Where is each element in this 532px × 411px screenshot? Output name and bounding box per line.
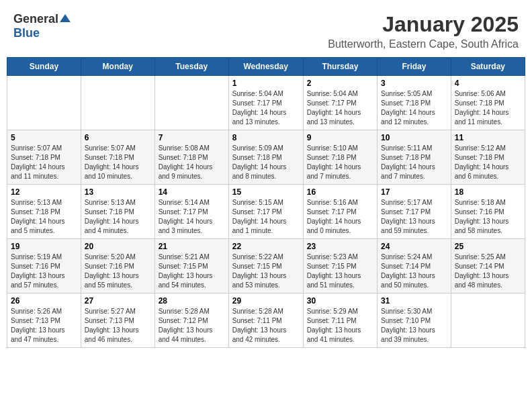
day-info: Sunrise: 5:26 AMSunset: 7:13 PMDaylight:… [11, 307, 77, 345]
day-info: Sunrise: 5:13 AMSunset: 7:18 PMDaylight:… [11, 198, 77, 236]
logo: General Blue [13, 12, 71, 40]
logo-general: General [13, 12, 58, 26]
day-number: 31 [381, 296, 447, 306]
day-info: Sunrise: 5:24 AMSunset: 7:14 PMDaylight:… [381, 253, 447, 290]
day-number: 20 [85, 242, 151, 251]
calendar-cell: 9Sunrise: 5:10 AMSunset: 7:18 PMDaylight… [303, 130, 377, 185]
calendar-cell: 27Sunrise: 5:27 AMSunset: 7:13 PMDayligh… [81, 293, 154, 348]
calendar-cell: 11Sunrise: 5:12 AMSunset: 7:18 PMDayligh… [451, 130, 525, 185]
day-number: 23 [307, 242, 373, 251]
logo-triangle-icon [59, 13, 71, 24]
week-row-0: 1Sunrise: 5:04 AMSunset: 7:17 PMDaylight… [7, 76, 525, 130]
day-info: Sunrise: 5:20 AMSunset: 7:16 PMDaylight:… [85, 253, 151, 290]
day-number: 9 [307, 133, 373, 142]
day-info: Sunrise: 5:04 AMSunset: 7:17 PMDaylight:… [232, 89, 300, 127]
day-number: 16 [307, 187, 373, 197]
calendar-cell: 6Sunrise: 5:07 AMSunset: 7:18 PMDaylight… [81, 130, 154, 185]
day-number: 26 [11, 296, 77, 306]
calendar-cell [81, 76, 154, 130]
day-info: Sunrise: 5:29 AMSunset: 7:11 PMDaylight:… [307, 307, 373, 345]
day-number: 18 [455, 187, 521, 197]
day-number: 5 [11, 133, 77, 142]
day-number: 15 [232, 187, 300, 197]
calendar-cell [451, 293, 525, 348]
location-title: Butterworth, Eastern Cape, South Africa [328, 38, 519, 50]
day-number: 11 [455, 133, 521, 142]
calendar-cell: 28Sunrise: 5:28 AMSunset: 7:12 PMDayligh… [154, 293, 228, 348]
day-number: 19 [11, 242, 77, 251]
day-info: Sunrise: 5:28 AMSunset: 7:12 PMDaylight:… [159, 307, 225, 345]
calendar-cell: 16Sunrise: 5:16 AMSunset: 7:17 PMDayligh… [303, 185, 377, 239]
header-wednesday: Wednesday [228, 58, 303, 76]
calendar-cell: 19Sunrise: 5:19 AMSunset: 7:16 PMDayligh… [7, 239, 81, 293]
week-row-1: 5Sunrise: 5:07 AMSunset: 7:18 PMDaylight… [7, 130, 525, 185]
calendar-cell: 22Sunrise: 5:22 AMSunset: 7:15 PMDayligh… [228, 239, 303, 293]
day-info: Sunrise: 5:19 AMSunset: 7:16 PMDaylight:… [11, 253, 77, 290]
day-number: 14 [159, 187, 225, 197]
day-number: 8 [232, 133, 300, 142]
day-number: 30 [307, 296, 373, 306]
day-number: 22 [232, 242, 300, 251]
day-number: 29 [232, 296, 300, 306]
day-number: 17 [381, 187, 447, 197]
calendar-cell: 14Sunrise: 5:14 AMSunset: 7:17 PMDayligh… [154, 185, 228, 239]
calendar-cell: 30Sunrise: 5:29 AMSunset: 7:11 PMDayligh… [303, 293, 377, 348]
day-info: Sunrise: 5:22 AMSunset: 7:15 PMDaylight:… [232, 253, 300, 290]
calendar-table: SundayMondayTuesdayWednesdayThursdayFrid… [7, 57, 525, 348]
day-number: 21 [159, 242, 225, 251]
title-area: January 2025 Butterworth, Eastern Cape, … [328, 12, 519, 50]
calendar-cell: 1Sunrise: 5:04 AMSunset: 7:17 PMDaylight… [228, 76, 303, 130]
day-info: Sunrise: 5:07 AMSunset: 7:18 PMDaylight:… [85, 144, 151, 181]
day-number: 6 [85, 133, 151, 142]
header-sunday: Sunday [7, 58, 81, 76]
day-number: 7 [159, 133, 225, 142]
calendar-cell [154, 76, 228, 130]
header-saturday: Saturday [451, 58, 525, 76]
calendar-cell: 10Sunrise: 5:11 AMSunset: 7:18 PMDayligh… [378, 130, 451, 185]
day-info: Sunrise: 5:13 AMSunset: 7:18 PMDaylight:… [85, 198, 151, 236]
day-info: Sunrise: 5:04 AMSunset: 7:17 PMDaylight:… [307, 89, 373, 127]
calendar-cell: 21Sunrise: 5:21 AMSunset: 7:15 PMDayligh… [154, 239, 228, 293]
day-info: Sunrise: 5:06 AMSunset: 7:18 PMDaylight:… [455, 89, 521, 127]
calendar-cell: 5Sunrise: 5:07 AMSunset: 7:18 PMDaylight… [7, 130, 81, 185]
week-row-2: 12Sunrise: 5:13 AMSunset: 7:18 PMDayligh… [7, 185, 525, 239]
calendar-cell: 29Sunrise: 5:28 AMSunset: 7:11 PMDayligh… [228, 293, 303, 348]
week-row-3: 19Sunrise: 5:19 AMSunset: 7:16 PMDayligh… [7, 239, 525, 293]
day-number: 2 [307, 79, 373, 88]
calendar-cell: 2Sunrise: 5:04 AMSunset: 7:17 PMDaylight… [303, 76, 377, 130]
day-info: Sunrise: 5:14 AMSunset: 7:17 PMDaylight:… [159, 198, 225, 236]
day-number: 28 [159, 296, 225, 306]
calendar-cell: 12Sunrise: 5:13 AMSunset: 7:18 PMDayligh… [7, 185, 81, 239]
header: General Blue January 2025 Butterworth, E… [7, 7, 525, 53]
calendar-cell: 3Sunrise: 5:05 AMSunset: 7:18 PMDaylight… [378, 76, 451, 130]
calendar-cell: 25Sunrise: 5:25 AMSunset: 7:14 PMDayligh… [451, 239, 525, 293]
day-number: 13 [85, 187, 151, 197]
svg-marker-0 [60, 14, 71, 22]
calendar-header-row: SundayMondayTuesdayWednesdayThursdayFrid… [7, 58, 525, 76]
day-number: 1 [232, 79, 300, 88]
calendar-cell: 13Sunrise: 5:13 AMSunset: 7:18 PMDayligh… [81, 185, 154, 239]
day-info: Sunrise: 5:05 AMSunset: 7:18 PMDaylight:… [381, 89, 447, 127]
week-row-4: 26Sunrise: 5:26 AMSunset: 7:13 PMDayligh… [7, 293, 525, 348]
day-info: Sunrise: 5:18 AMSunset: 7:16 PMDaylight:… [455, 198, 521, 236]
calendar-cell: 15Sunrise: 5:15 AMSunset: 7:17 PMDayligh… [228, 185, 303, 239]
day-number: 12 [11, 187, 77, 197]
day-number: 27 [85, 296, 151, 306]
header-thursday: Thursday [303, 58, 377, 76]
day-info: Sunrise: 5:10 AMSunset: 7:18 PMDaylight:… [307, 144, 373, 181]
calendar-cell: 26Sunrise: 5:26 AMSunset: 7:13 PMDayligh… [7, 293, 81, 348]
day-info: Sunrise: 5:08 AMSunset: 7:18 PMDaylight:… [159, 144, 225, 181]
day-info: Sunrise: 5:09 AMSunset: 7:18 PMDaylight:… [232, 144, 300, 181]
header-monday: Monday [81, 58, 154, 76]
calendar-cell: 20Sunrise: 5:20 AMSunset: 7:16 PMDayligh… [81, 239, 154, 293]
calendar-cell: 24Sunrise: 5:24 AMSunset: 7:14 PMDayligh… [378, 239, 451, 293]
day-info: Sunrise: 5:27 AMSunset: 7:13 PMDaylight:… [85, 307, 151, 345]
day-number: 24 [381, 242, 447, 251]
day-info: Sunrise: 5:07 AMSunset: 7:18 PMDaylight:… [11, 144, 77, 181]
day-info: Sunrise: 5:28 AMSunset: 7:11 PMDaylight:… [232, 307, 300, 345]
calendar-cell: 8Sunrise: 5:09 AMSunset: 7:18 PMDaylight… [228, 130, 303, 185]
header-friday: Friday [378, 58, 451, 76]
month-title: January 2025 [328, 12, 519, 37]
day-info: Sunrise: 5:30 AMSunset: 7:10 PMDaylight:… [381, 307, 447, 345]
day-number: 3 [381, 79, 447, 88]
